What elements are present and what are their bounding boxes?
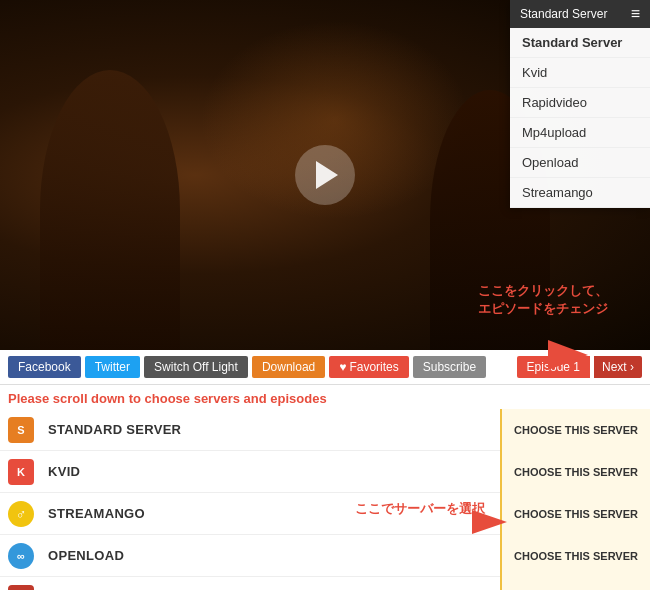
choose-server-streamango[interactable]: CHOOSE THIS SERVER: [500, 493, 650, 535]
server-dropdown-item-mp4upload[interactable]: Mp4upload: [510, 118, 650, 148]
choose-server-standard[interactable]: CHOOSE THIS SERVER: [500, 409, 650, 451]
favorites-button[interactable]: ♥ Favorites: [329, 356, 408, 378]
scroll-text-area: Please scroll down to choose servers and…: [0, 385, 650, 409]
choose-server-openload[interactable]: CHOOSE THIS SERVER: [500, 535, 650, 577]
server-row-openload: ∞ OPENLOAD CHOOSE THIS SERVER: [0, 535, 650, 577]
play-button[interactable]: [295, 145, 355, 205]
server-name-openload: OPENLOAD: [42, 548, 500, 563]
twitter-button[interactable]: Twitter: [85, 356, 140, 378]
toolbar: Facebook Twitter Switch Off Light Downlo…: [0, 350, 650, 385]
hamburger-icon[interactable]: ≡: [631, 6, 640, 22]
server-dropdown-header[interactable]: Standard Server ≡: [510, 0, 650, 28]
play-icon: [316, 161, 338, 189]
video-player: Standard Server ≡ Standard Server Kvid R…: [0, 0, 650, 350]
switch-light-button[interactable]: Switch Off Light: [144, 356, 248, 378]
choose-server-kvid[interactable]: CHOOSE THIS SERVER: [500, 451, 650, 493]
server-name-streamango: STREAMANGO: [42, 506, 500, 521]
server-dropdown-item-openload[interactable]: Openload: [510, 148, 650, 178]
server-name-standard: STANDARD SERVER: [42, 422, 500, 437]
server-row-kvid: K KVID CHOOSE THIS SERVER: [0, 451, 650, 493]
server-dropdown: Standard Server ≡ Standard Server Kvid R…: [510, 0, 650, 208]
server-dropdown-item-rapidvideo[interactable]: Rapidvideo: [510, 88, 650, 118]
download-button[interactable]: Download: [252, 356, 325, 378]
server-icon-rapidvideo: R: [0, 577, 42, 591]
server-icon-kvid: K: [0, 451, 42, 493]
next-button[interactable]: Next ›: [594, 356, 642, 378]
server-row-standard: S STANDARD SERVER CHOOSE THIS SERVER: [0, 409, 650, 451]
server-name-kvid: KVID: [42, 464, 500, 479]
facebook-button[interactable]: Facebook: [8, 356, 81, 378]
episode1-button[interactable]: Episode 1: [517, 356, 590, 378]
server-icon-streamango: ♂: [0, 493, 42, 535]
scroll-instructions: Please scroll down to choose servers and…: [8, 391, 327, 406]
server-dropdown-item-streamango[interactable]: Streamango: [510, 178, 650, 208]
server-dropdown-title: Standard Server: [520, 7, 607, 21]
subscribe-button[interactable]: Subscribe: [413, 356, 486, 378]
server-list: S STANDARD SERVER CHOOSE THIS SERVER K K…: [0, 409, 650, 590]
heart-icon: ♥: [339, 360, 346, 374]
server-icon-standard: S: [0, 409, 42, 451]
server-dropdown-item-standard[interactable]: Standard Server: [510, 28, 650, 58]
choose-server-rapidvideo[interactable]: CHOOSE THIS SERVER: [500, 577, 650, 591]
server-icon-openload: ∞: [0, 535, 42, 577]
server-section: Please scroll down to choose servers and…: [0, 385, 650, 590]
server-row-rapidvideo: R RAPIDVIDEO CHOOSE THIS SERVER: [0, 577, 650, 590]
server-row-streamango: ♂ STREAMANGO CHOOSE THIS SERVER: [0, 493, 650, 535]
server-dropdown-item-kvid[interactable]: Kvid: [510, 58, 650, 88]
